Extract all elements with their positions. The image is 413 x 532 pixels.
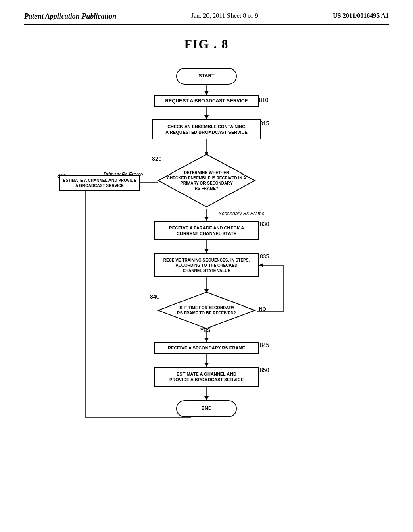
node-830: RECEIVE A PARADE AND CHECK A CURRENT CHA… xyxy=(154,221,259,240)
header: Patent Application Publication Jan. 20, … xyxy=(24,12,389,25)
label-850: 850 xyxy=(260,367,269,373)
node-840-text: IS IT TIME FOR SECONDARY RS FRAME TO BE … xyxy=(158,293,255,327)
svg-marker-21 xyxy=(204,363,209,367)
secondary-rs-label: Secondary Rs Frame xyxy=(219,211,264,216)
publication-label: Patent Application Publication xyxy=(24,12,116,21)
end-node: END xyxy=(176,400,237,417)
svg-marker-9 xyxy=(204,217,209,221)
label-815: 815 xyxy=(260,120,269,127)
svg-marker-3 xyxy=(204,115,209,119)
svg-marker-1 xyxy=(204,91,209,95)
yes-label: YES xyxy=(200,328,210,333)
start-node: START xyxy=(176,68,237,85)
node-810: REQUEST A BROADCAST SERVICE xyxy=(154,95,259,107)
no-label: NO xyxy=(259,306,266,312)
node-825: ESTIMATE A CHANNEL AND PROVIDE A BROADCA… xyxy=(59,175,140,191)
label-845: 845 xyxy=(260,342,269,348)
svg-marker-17 xyxy=(259,263,263,267)
svg-marker-23 xyxy=(204,396,209,400)
node-845: RECEIVE A SECONDARY RS FRAME xyxy=(154,342,259,354)
node-815: CHECK AN ENSEMBLE CONTAINING A REQUESTED… xyxy=(152,119,261,139)
patent-number-label: US 2011/0016495 A1 xyxy=(333,12,389,19)
node-820-text: DETERMINE WHETHER CHECKED ENSEMBLE IS RE… xyxy=(158,158,255,203)
page: Patent Application Publication Jan. 20, … xyxy=(0,0,413,532)
node-850: ESTIMATE A CHANNEL AND PROVIDE A BROADCA… xyxy=(154,367,259,387)
figure-title: FIG . 8 xyxy=(24,37,389,52)
label-830: 830 xyxy=(260,221,269,227)
label-835: 835 xyxy=(260,253,269,260)
date-sheet-label: Jan. 20, 2011 Sheet 8 of 9 xyxy=(191,12,258,19)
label-810: 810 xyxy=(259,97,268,103)
svg-marker-19 xyxy=(204,338,209,342)
flowchart: START 810 REQUEST A BROADCAST SERVICE 81… xyxy=(33,60,380,495)
node-835: RECEIVE TRAINING SEQUENCES, IN STEPS, AC… xyxy=(154,253,259,277)
svg-marker-11 xyxy=(204,249,209,253)
